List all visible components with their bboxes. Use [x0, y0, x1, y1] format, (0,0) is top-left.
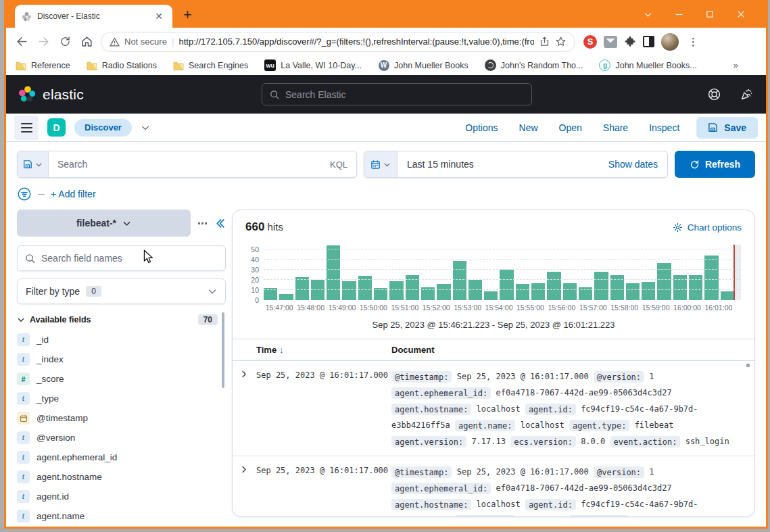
field-item[interactable]: t_id	[17, 330, 226, 349]
time-range-value[interactable]: Last 15 minutes	[398, 151, 599, 177]
address-bar[interactable]: Not secure | http://172.105.7.150/app/di…	[101, 32, 575, 52]
bookmark-item[interactable]: gJohn Mueller Books...	[599, 59, 696, 71]
nav-action-new[interactable]: New	[519, 122, 538, 133]
field-item[interactable]: tagent.ephemeral_id	[17, 448, 226, 467]
kql-search-input[interactable]: Search	[49, 151, 321, 177]
profile-avatar[interactable]	[661, 33, 679, 51]
url-text[interactable]: http://172.105.7.150/app/discover#/?_g=(…	[179, 37, 534, 47]
field-item[interactable]: t_index	[17, 349, 226, 369]
new-tab-button[interactable]: +	[183, 7, 192, 22]
filter-circle-icon[interactable]	[17, 187, 32, 201]
breadcrumb[interactable]: Discover	[74, 119, 132, 137]
row-document[interactable]: @timestamp: Sep 25, 2023 @ 16:01:17.000 …	[391, 368, 754, 450]
puzzle-extensions-icon[interactable]	[624, 36, 636, 48]
global-search-input[interactable]: Search Elastic	[262, 83, 532, 105]
histogram-bar[interactable]	[547, 272, 560, 300]
histogram-bar[interactable]	[437, 284, 450, 300]
available-fields-header[interactable]: Available fields 70	[17, 314, 226, 325]
whats-new-party-popper-icon[interactable]	[740, 87, 754, 101]
histogram-bar[interactable]	[484, 291, 498, 300]
histogram-bar[interactable]	[516, 284, 529, 300]
histogram-bar[interactable]	[721, 291, 734, 300]
field-item[interactable]: @timestamp	[17, 408, 226, 428]
security-label[interactable]: Not secure	[124, 37, 167, 47]
filter-by-type-select[interactable]: Filter by type 0	[17, 279, 226, 304]
histogram-bar[interactable]	[642, 282, 655, 300]
field-item[interactable]: t@version	[17, 428, 226, 448]
histogram-bar[interactable]	[389, 281, 403, 300]
bookmark-item[interactable]: wuLa Valle, WI 10-Day...	[264, 59, 362, 71]
histogram-bar[interactable]	[704, 256, 718, 300]
window-close-button[interactable]	[725, 5, 756, 23]
query-language-kql-button[interactable]: KQL	[321, 151, 356, 177]
tab-close-icon[interactable]: ✕	[152, 10, 166, 22]
bookmark-item[interactable]: John's Random Tho...	[485, 59, 583, 71]
histogram-bar[interactable]	[327, 245, 340, 300]
field-item[interactable]: tagent.hostname	[17, 467, 226, 487]
window-maximize-button[interactable]	[694, 5, 725, 23]
tab-search-chevron-icon[interactable]	[632, 5, 663, 23]
time-column-header[interactable]: Time ↓	[256, 345, 391, 355]
s-badge-extension-icon[interactable]: S	[583, 35, 597, 49]
browser-tab[interactable]: Discover - Elastic ✕	[15, 5, 172, 28]
collapse-sidebar-icon[interactable]	[214, 218, 226, 229]
histogram-bar[interactable]	[594, 272, 608, 300]
index-pattern-select[interactable]: filebeat-*	[17, 210, 191, 237]
refresh-button[interactable]: Refresh	[675, 151, 755, 178]
field-item[interactable]: tagent.id	[17, 487, 226, 506]
bookmark-item[interactable]: Radio Stations	[87, 61, 157, 70]
x-axis-tick: 15:56:00	[546, 304, 577, 312]
histogram-bar[interactable]	[563, 283, 577, 300]
forward-icon[interactable]	[33, 32, 53, 52]
saved-query-menu-button[interactable]	[18, 151, 49, 177]
histogram-bar[interactable]	[453, 261, 466, 300]
nav-action-share[interactable]: Share	[603, 122, 628, 133]
bookmark-star-icon[interactable]	[555, 36, 567, 47]
back-icon[interactable]	[11, 32, 32, 52]
nav-action-options[interactable]: Options	[465, 122, 498, 133]
window-minimize-button[interactable]	[663, 5, 694, 23]
field-item[interactable]: tagent.name	[17, 506, 226, 526]
histogram-bar[interactable]	[279, 294, 293, 300]
histogram-bar[interactable]	[500, 270, 513, 300]
bookmark-item[interactable]: Search Engines	[173, 61, 248, 70]
nav-action-open[interactable]: Open	[559, 122, 582, 133]
expand-row-chevron-icon[interactable]	[233, 368, 256, 450]
histogram-bar[interactable]	[626, 283, 640, 300]
show-dates-link[interactable]: Show dates	[599, 151, 667, 177]
histogram-bar[interactable]	[311, 280, 324, 300]
chart-options-button[interactable]: Chart options	[673, 222, 742, 233]
fields-scrollbar[interactable]	[222, 312, 224, 388]
expand-row-chevron-icon[interactable]	[233, 464, 256, 517]
add-filter-link[interactable]: + Add filter	[51, 189, 96, 199]
nav-action-inspect[interactable]: Inspect	[649, 122, 679, 133]
reading-mode-extension-icon[interactable]	[643, 36, 654, 47]
histogram-bar[interactable]	[468, 280, 482, 300]
histogram-bar[interactable]	[342, 281, 356, 300]
date-picker-menu-button[interactable]	[364, 151, 398, 177]
bookmark-item[interactable]: Reference	[16, 61, 70, 70]
elastic-logo[interactable]	[18, 85, 37, 103]
index-pattern-options-icon[interactable]	[198, 222, 207, 224]
histogram-chart[interactable]: 01020304050 15:47:0015:48:0015:49:0015:5…	[233, 237, 754, 312]
field-search-input[interactable]: Search field names	[17, 245, 226, 271]
mail-extension-icon[interactable]	[604, 36, 617, 48]
share-icon[interactable]	[539, 36, 550, 47]
help-life-ring-icon[interactable]	[707, 87, 721, 101]
field-item[interactable]: #_score	[17, 369, 226, 389]
home-icon[interactable]	[76, 32, 97, 52]
bookmarks-overflow-chevron[interactable]: »	[733, 60, 738, 70]
histogram-bar[interactable]	[295, 277, 309, 300]
reload-icon[interactable]	[55, 32, 75, 52]
table-scrollbar[interactable]	[746, 364, 750, 367]
nav-menu-hamburger-icon[interactable]	[14, 116, 39, 140]
field-item[interactable]: t_type	[17, 389, 226, 408]
row-document[interactable]: @timestamp: Sep 25, 2023 @ 16:01:17.000 …	[391, 464, 754, 517]
browser-menu-dots-icon[interactable]: ⋮	[685, 36, 701, 48]
save-button[interactable]: Save	[696, 117, 758, 139]
breadcrumb-chevron-icon[interactable]	[141, 123, 150, 132]
bookmark-item[interactable]: WJohn Mueller Books	[378, 59, 468, 71]
histogram-bar[interactable]	[531, 283, 545, 300]
not-secure-warning-icon[interactable]	[110, 37, 120, 47]
sort-descending-icon[interactable]: ↓	[279, 345, 284, 355]
